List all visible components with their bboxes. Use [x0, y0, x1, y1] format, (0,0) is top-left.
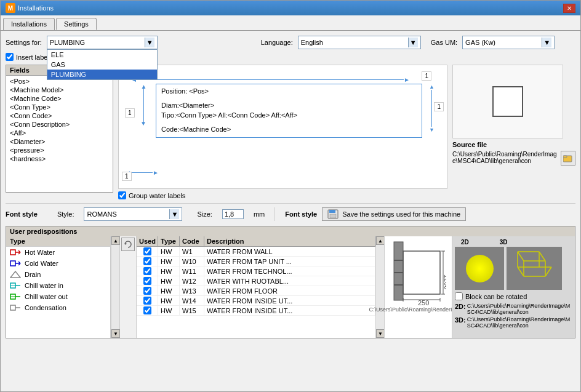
- dim-top: 1: [422, 71, 431, 81]
- tab-installations[interactable]: Installations: [3, 18, 55, 30]
- svg-line-48: [539, 252, 545, 261]
- row7-code: W15: [180, 306, 204, 315]
- field-machine-code[interactable]: <Machine Code>: [7, 94, 111, 103]
- settings-for-combo[interactable]: PLUMBING ▼: [47, 36, 158, 49]
- field-pressure[interactable]: <pressure>: [7, 146, 111, 154]
- label-line1: Position: <Pos>: [161, 87, 417, 96]
- type-condensation[interactable]: Condensation: [6, 302, 110, 313]
- table-row: HW W10 WATER FROM TAP UNIT ...: [137, 257, 375, 266]
- dim-right: 1: [434, 102, 444, 111]
- top-arrow: ◄ ►: [131, 76, 410, 83]
- field-diameter[interactable]: <Diameter>: [7, 137, 111, 146]
- type-chill-water-out[interactable]: Chill water out: [6, 291, 110, 302]
- settings-for-arrow[interactable]: ▼: [145, 38, 154, 47]
- field-machine-model[interactable]: <Machine Model>: [7, 86, 111, 94]
- svg-rect-9: [10, 261, 15, 266]
- table-rows: HW W1 WATER FROM WALL HW W10 WATER FROM …: [137, 247, 375, 338]
- block-rotate-label: Block can be rotated: [465, 293, 527, 300]
- font-style-value: ROMANS: [87, 210, 169, 218]
- hot-water-icon: [10, 248, 21, 257]
- gas-um-arrow[interactable]: ▼: [542, 38, 551, 47]
- chill-in-label: Chill water in: [25, 282, 63, 289]
- row6-type: HW: [158, 296, 180, 305]
- tab-bar: Installations Settings: [1, 15, 580, 31]
- svg-line-47: [518, 252, 524, 261]
- 3d-label: 3D: [500, 239, 508, 246]
- scroll-up-btn[interactable]: ▲: [111, 236, 120, 245]
- field-conn-desc[interactable]: <Conn Description>: [7, 120, 111, 129]
- group-water-label: Group water labels: [129, 192, 185, 199]
- language-value: English: [301, 39, 408, 46]
- font-style-left-header: Font style: [6, 210, 38, 218]
- table-row: HW W15 WATER FROM INSIDE UT...: [137, 306, 375, 316]
- top-settings-row: Settings for: PLUMBING ▼ ELE GAS PLUMBIN…: [6, 36, 575, 49]
- dropdown-item-ele[interactable]: ELE: [47, 50, 157, 60]
- dropdown-item-gas[interactable]: GAS: [47, 60, 157, 70]
- scroll-down-btn[interactable]: ▼: [111, 329, 120, 338]
- row4-type: HW: [158, 276, 180, 286]
- type-drain[interactable]: Drain: [6, 269, 110, 280]
- font-style-combo[interactable]: ROMANS ▼: [84, 207, 182, 221]
- font-style-arrow[interactable]: ▼: [169, 209, 179, 219]
- type-scrollbar[interactable]: ▲ ▼: [111, 236, 119, 338]
- refresh-button[interactable]: [121, 238, 135, 251]
- row6-used-checkbox[interactable]: [143, 297, 151, 305]
- col-header-used: Used: [137, 236, 158, 246]
- row5-used-checkbox[interactable]: [143, 287, 151, 295]
- dim-bottom: 1: [122, 172, 132, 181]
- row5-code: W13: [180, 286, 204, 295]
- drain-icon: [10, 270, 21, 279]
- tab-settings[interactable]: Settings: [56, 18, 97, 30]
- svg-marker-13: [10, 271, 20, 278]
- table-scrollbar[interactable]: ▲ ▼: [375, 236, 384, 338]
- fields-list: <Pos> <Machine Model> <Machine Code> <Co…: [6, 76, 113, 193]
- row2-used-checkbox[interactable]: [143, 257, 151, 265]
- type-list: Type Hot Water: [6, 236, 111, 338]
- table-scroll-down[interactable]: ▼: [376, 329, 384, 338]
- view-3d-thumbnail: [507, 247, 562, 290]
- table-row: HW W1 WATER FROM WALL: [137, 247, 375, 257]
- settings-for-label: Settings for:: [6, 39, 42, 46]
- 2d-label: 2D: [461, 239, 469, 246]
- row7-used-checkbox[interactable]: [143, 306, 151, 314]
- settings-for-value: PLUMBING: [50, 39, 145, 46]
- row1-code: W1: [180, 247, 204, 256]
- row1-used-checkbox[interactable]: [143, 247, 151, 255]
- svg-rect-1: [563, 156, 567, 158]
- main-area: Fields <Pos> <Machine Model> <Machine Co…: [6, 65, 575, 199]
- source-file-header: Source file: [452, 141, 575, 148]
- type-chill-water-in[interactable]: Chill water in: [6, 280, 110, 291]
- type-cold-water[interactable]: Cold Water: [6, 258, 110, 269]
- font-size-input[interactable]: [222, 209, 244, 219]
- gas-um-combo[interactable]: GAS (Kw) ▼: [462, 36, 555, 49]
- field-conn-type[interactable]: <Conn Type>: [7, 103, 111, 111]
- style-label: Style:: [57, 210, 74, 218]
- svg-line-38: [545, 267, 551, 276]
- close-button[interactable]: ✕: [563, 4, 575, 13]
- dropdown-item-plumbing[interactable]: PLUMBING: [47, 70, 157, 79]
- language-combo[interactable]: English ▼: [298, 36, 421, 49]
- row2-type: HW: [158, 257, 180, 266]
- insert-labels-checkbox[interactable]: [6, 53, 14, 61]
- row3-used-checkbox[interactable]: [143, 267, 151, 275]
- table-scroll-up[interactable]: ▲: [376, 236, 384, 245]
- block-rotate-checkbox[interactable]: [455, 292, 463, 300]
- type-hot-water[interactable]: Hot Water: [6, 247, 110, 258]
- group-water-checkbox[interactable]: [118, 191, 126, 199]
- language-arrow[interactable]: ▼: [408, 38, 418, 47]
- condensation-label: Condensation: [25, 304, 66, 311]
- table-row: HW W11 WATER FROM TECHNOL...: [137, 266, 375, 276]
- preview-area: ◄ ► 1 ▲ ▼ 1: [118, 65, 447, 199]
- predispositions-header: User predispositions: [6, 226, 575, 236]
- save-icon: [327, 209, 339, 219]
- source-file-panel: Source file C:\Users\Public\Roaming\Rend…: [452, 65, 575, 199]
- chill-out-label: Chill water out: [25, 293, 68, 300]
- row4-used-checkbox[interactable]: [143, 277, 151, 285]
- save-settings-button[interactable]: Save the settings used for this machine: [322, 207, 466, 221]
- browse-folder-button[interactable]: [561, 151, 575, 166]
- field-conn-code[interactable]: <Conn Code>: [7, 111, 111, 120]
- field-hardness[interactable]: <hardness>: [7, 154, 111, 163]
- table-row: HW W14 WATER FROM INSIDE UT...: [137, 296, 375, 306]
- svg-line-37: [518, 267, 524, 276]
- field-aff[interactable]: <Aff>: [7, 129, 111, 137]
